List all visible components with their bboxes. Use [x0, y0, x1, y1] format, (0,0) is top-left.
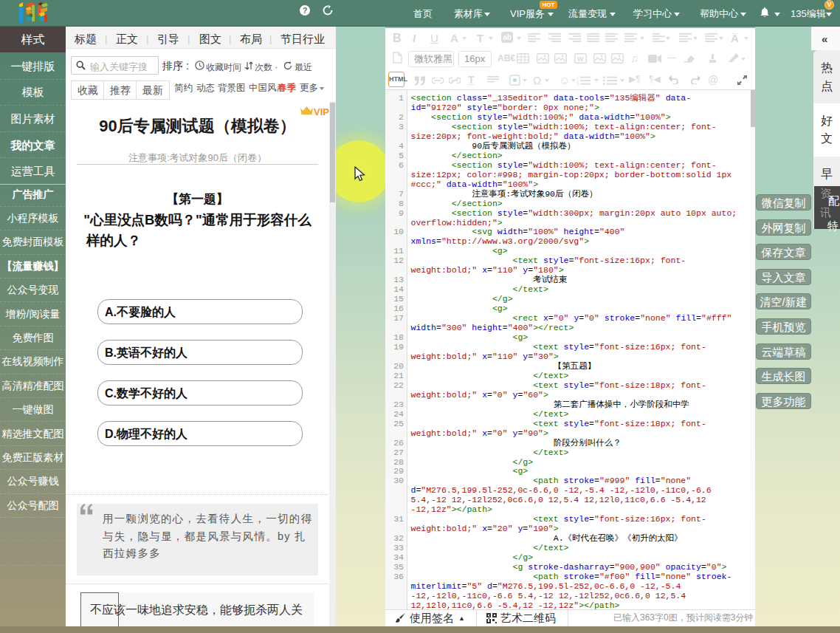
svg-text:3: 3 — [576, 82, 579, 86]
svg-text:W: W — [577, 55, 584, 63]
